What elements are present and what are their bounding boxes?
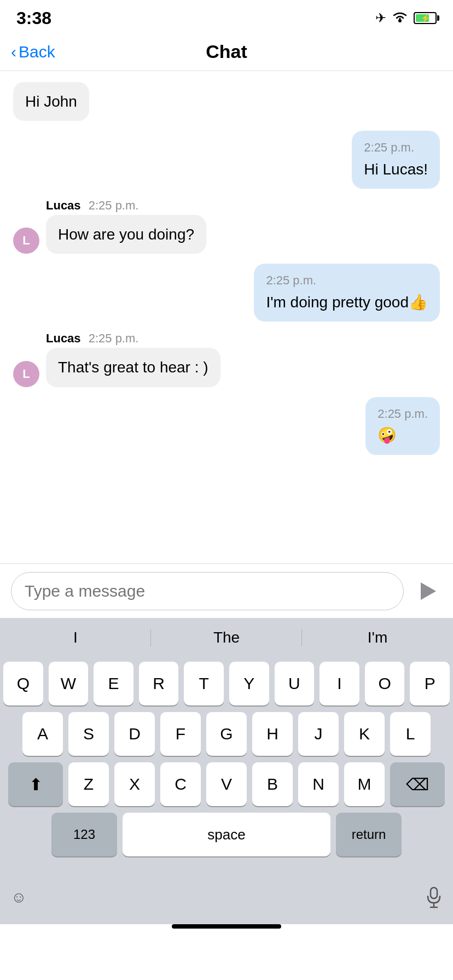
bubble-container: Lucas 2:25 p.m. How are you doing?	[46, 199, 206, 254]
key-a[interactable]: A	[22, 712, 63, 756]
avatar: L	[13, 361, 39, 387]
home-indicator	[172, 924, 281, 929]
back-label: Back	[19, 43, 55, 61]
key-q[interactable]: Q	[3, 662, 43, 705]
bubble-container: 2:25 p.m. I'm doing pretty good👍	[254, 264, 440, 322]
message-bubble: How are you doing?	[46, 215, 206, 254]
delete-key[interactable]: ⌫	[390, 762, 445, 806]
message-row: 2:25 p.m. I'm doing pretty good👍	[13, 264, 440, 322]
key-t[interactable]: T	[184, 662, 224, 705]
keyboard-row-3: ⬆ Z X C V B N M ⌫	[3, 762, 450, 806]
message-row: Hi John	[13, 82, 440, 121]
keyboard: I The I'm Q W E R T Y U I O P A S D F G …	[0, 618, 453, 924]
bubble-container: 2:25 p.m. Hi Lucas!	[352, 131, 440, 189]
message-timestamp: 2:25 p.m.	[378, 406, 428, 423]
message-row: L Lucas 2:25 p.m. That's great to hear :…	[13, 331, 440, 387]
key-z[interactable]: Z	[68, 762, 109, 806]
message-timestamp: 2:25 p.m.	[89, 331, 139, 345]
message-row: L Lucas 2:25 p.m. How are you doing?	[13, 199, 440, 254]
sender-info: Lucas 2:25 p.m.	[46, 331, 138, 346]
key-rows: Q W E R T Y U I O P A S D F G H J K L ⬆ …	[0, 657, 453, 875]
key-k[interactable]: K	[344, 712, 385, 756]
message-bubble: Hi John	[13, 82, 89, 121]
input-area	[0, 563, 453, 618]
status-icons: ✈ ⚡	[375, 10, 437, 26]
back-chevron-icon: ‹	[11, 44, 16, 60]
bubble-container: Lucas 2:25 p.m. That's great to hear : )	[46, 331, 220, 387]
key-r[interactable]: R	[139, 662, 179, 705]
key-v[interactable]: V	[206, 762, 247, 806]
keyboard-row-2: A S D F G H J K L	[3, 712, 450, 756]
avatar: L	[13, 228, 39, 254]
bubble-container: 2:25 p.m. 🤪	[365, 397, 440, 455]
message-bubble: 2:25 p.m. Hi Lucas!	[352, 131, 440, 189]
chat-area: Hi John 2:25 p.m. Hi Lucas! L Lucas 2:25…	[0, 71, 453, 563]
key-p[interactable]: P	[410, 662, 450, 705]
key-o[interactable]: O	[365, 662, 405, 705]
message-bubble: That's great to hear : )	[46, 348, 220, 387]
key-m[interactable]: M	[344, 762, 385, 806]
battery-icon: ⚡	[414, 12, 437, 24]
message-row: 2:25 p.m. Hi Lucas!	[13, 131, 440, 189]
message-bubble: 2:25 p.m. I'm doing pretty good👍	[254, 264, 440, 322]
key-f[interactable]: F	[160, 712, 201, 756]
bubble-container: Hi John	[13, 82, 89, 121]
microphone-key[interactable]	[426, 886, 442, 908]
message-row: 2:25 p.m. 🤪	[13, 397, 440, 455]
nav-bar: ‹ Back Chat	[0, 33, 453, 71]
status-bar: 3:38 ✈ ⚡	[0, 0, 453, 33]
keyboard-row-1: Q W E R T Y U I O P	[3, 662, 450, 705]
key-b[interactable]: B	[252, 762, 293, 806]
key-h[interactable]: H	[252, 712, 293, 756]
key-g[interactable]: G	[206, 712, 247, 756]
keyboard-row-4: 123 space return	[3, 813, 450, 856]
time-display: 3:38	[16, 8, 51, 28]
key-s[interactable]: S	[68, 712, 109, 756]
keyboard-bottom: ☺	[0, 875, 453, 924]
wifi-icon	[392, 10, 408, 26]
key-u[interactable]: U	[275, 662, 315, 705]
shift-key[interactable]: ⬆	[8, 762, 63, 806]
key-w[interactable]: W	[49, 662, 89, 705]
emoji-key[interactable]: ☺	[11, 889, 27, 906]
svg-rect-1	[431, 888, 437, 899]
autocomplete-item[interactable]: I'm	[302, 623, 453, 652]
key-c[interactable]: C	[160, 762, 201, 806]
sender-info: Lucas 2:25 p.m.	[46, 199, 138, 213]
message-timestamp: 2:25 p.m.	[364, 139, 428, 156]
key-d[interactable]: D	[114, 712, 155, 756]
message-input[interactable]	[11, 572, 404, 610]
key-e[interactable]: E	[94, 662, 133, 705]
message-bubble: 2:25 p.m. 🤪	[365, 397, 440, 455]
svg-point-0	[398, 19, 402, 22]
key-y[interactable]: Y	[229, 662, 269, 705]
autocomplete-item[interactable]: The	[151, 623, 302, 652]
back-button[interactable]: ‹ Back	[11, 43, 55, 61]
return-key[interactable]: return	[336, 813, 402, 856]
key-n[interactable]: N	[298, 762, 339, 806]
key-i[interactable]: I	[320, 662, 359, 705]
space-key[interactable]: space	[123, 813, 330, 856]
message-timestamp: 2:25 p.m.	[89, 199, 139, 212]
airplane-icon: ✈	[375, 10, 386, 26]
send-arrow-icon	[421, 582, 436, 600]
key-l[interactable]: L	[390, 712, 431, 756]
message-timestamp: 2:25 p.m.	[266, 272, 428, 289]
autocomplete-item[interactable]: I	[0, 623, 151, 652]
send-button[interactable]	[411, 576, 442, 606]
nav-title: Chat	[206, 41, 247, 62]
key-j[interactable]: J	[298, 712, 339, 756]
autocomplete-bar: I The I'm	[0, 618, 453, 657]
numbers-key[interactable]: 123	[51, 813, 117, 856]
key-x[interactable]: X	[114, 762, 155, 806]
